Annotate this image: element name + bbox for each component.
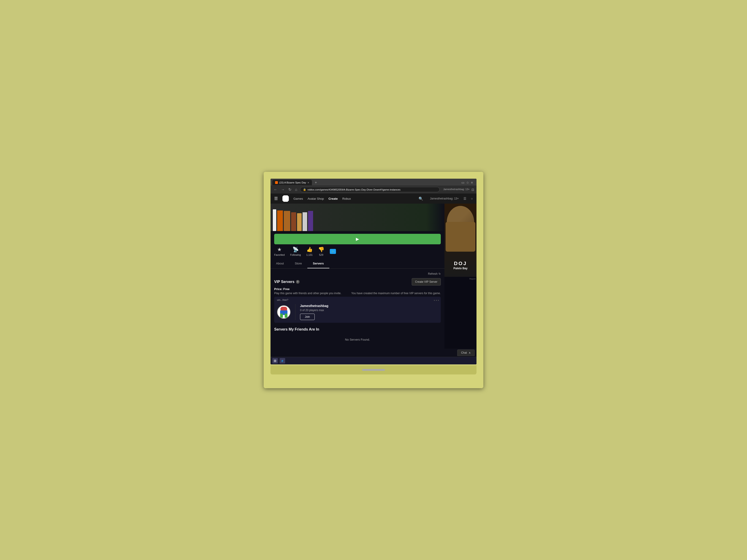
nav-avatar-icon[interactable]: ○ <box>471 197 473 201</box>
game-banner <box>271 204 444 231</box>
ad-image[interactable]: DOJ Paleto Bay <box>444 204 476 277</box>
banner-characters <box>271 204 315 231</box>
favorited-action[interactable]: ★ Favorited <box>274 247 285 256</box>
back-button[interactable]: ← <box>273 187 278 192</box>
following-label: Following <box>290 254 301 256</box>
lock-icon: 🔒 <box>303 188 306 191</box>
chat-bar: Chat ∧ <box>271 349 476 357</box>
action-icons: ★ Favorited 📡 Following 👍 1,131 👎 <box>274 247 441 256</box>
sidebar-icon[interactable]: ⊡ <box>471 188 474 191</box>
server-avatar <box>277 305 291 319</box>
twitter-icon: 🐦 <box>330 249 336 254</box>
server-card: um...free? <box>274 297 441 323</box>
nav-games[interactable]: Games <box>293 197 303 201</box>
game-actions: ▶ ★ Favorited 📡 Following 👍 <box>271 231 444 259</box>
windows-icon: ⊞ <box>274 359 277 363</box>
report-button[interactable]: Report <box>444 277 476 281</box>
tab-servers[interactable]: Servers <box>307 259 329 268</box>
chat-button[interactable]: Chat ∧ <box>457 350 475 356</box>
nav-create[interactable]: Create <box>328 197 338 201</box>
game-sidebar: DOJ Paleto Bay Report <box>444 204 476 349</box>
refresh-label: Refresh <box>428 272 438 275</box>
avatar-roblox-char <box>278 306 289 318</box>
likes-action[interactable]: 👍 1,131 <box>306 247 313 256</box>
menu-icon[interactable]: ≡ <box>471 181 473 184</box>
thumbs-up-icon: 👍 <box>306 247 313 252</box>
char-3 <box>284 211 290 231</box>
play-icon: ▶ <box>356 237 359 242</box>
vip-header: VIP Servers ? Create VIP Server <box>274 278 441 286</box>
screen: (15) A Bizarre Spec Day ✕ + ▭ ☆ ≡ ← → ↻ … <box>271 179 476 365</box>
hamburger-menu[interactable]: ☰ <box>274 196 278 201</box>
dots-menu[interactable]: • • • <box>434 298 439 302</box>
server-players: 0 of 20 players max <box>300 309 328 312</box>
refresh-button[interactable]: Refresh ↻ <box>428 272 441 275</box>
following-action[interactable]: 📡 Following <box>290 247 301 256</box>
vip-warning: You have created the maximum number of f… <box>351 292 441 295</box>
browser-chrome: (15) A Bizarre Spec Day ✕ + ▭ ☆ ≡ ← → ↻ … <box>271 179 476 193</box>
dislikes-count: 529 <box>319 254 323 256</box>
reload-button[interactable]: ↻ <box>287 187 292 192</box>
home-button[interactable]: ⌂ <box>294 187 298 192</box>
new-tab-button[interactable]: + <box>313 180 318 186</box>
server-info: Jamesthetrashbag 0 of 20 players max Joi… <box>300 304 328 320</box>
nav-notifications-icon[interactable]: ☰ <box>463 197 466 201</box>
char-2 <box>277 210 283 231</box>
char-6 <box>303 212 307 231</box>
server-card-body: Jamesthetrashbag 0 of 20 players max Joi… <box>277 304 328 320</box>
roblox-nav: ☰ Games Avatar Shop Create Robux 🔍 James… <box>271 193 476 204</box>
tab-store[interactable]: Store <box>289 259 307 268</box>
no-servers-message: No Servers Found. <box>274 334 441 345</box>
nav-avatar-shop[interactable]: Avatar Shop <box>308 197 324 201</box>
bookmark-icon[interactable]: ☆ <box>466 181 469 184</box>
banner-fade <box>426 204 444 231</box>
dislikes-action[interactable]: 👎 529 <box>318 247 324 256</box>
server-divider <box>295 304 295 320</box>
minimize-icon[interactable]: ▭ <box>461 181 464 184</box>
vip-description: Play this game with friends and other pe… <box>274 292 441 295</box>
windows-start-button[interactable]: ⊞ <box>272 358 278 364</box>
tab-close-button[interactable]: ✕ <box>307 181 309 184</box>
tab-favicon <box>275 181 278 184</box>
vip-section: VIP Servers ? Create VIP Server Price: F… <box>274 278 441 323</box>
address-bar[interactable]: 🔒 roblox.com/games/4349852059/A-Bizarre-… <box>300 187 440 192</box>
chat-label: Chat <box>461 351 467 354</box>
tab-bar: (15) A Bizarre Spec Day ✕ + ▭ ☆ ≡ <box>271 179 476 186</box>
chat-chevron-icon: ∧ <box>469 351 471 354</box>
rss-icon: 📡 <box>292 247 299 252</box>
game-content: Refresh ↻ VIP Servers ? C <box>271 269 444 349</box>
tab-about[interactable]: About <box>271 259 289 268</box>
nav-username: Jamesthetrashbag: 13+ <box>430 197 459 200</box>
forward-button[interactable]: → <box>280 187 286 192</box>
active-tab[interactable]: (15) A Bizarre Spec Day ✕ <box>272 180 312 185</box>
laptop-hinge <box>362 369 385 371</box>
ad-doj-title: DOJ Paleto Bay <box>444 261 476 270</box>
game-tabs: About Store Servers <box>271 259 444 269</box>
char-1 <box>273 209 276 231</box>
char-5 <box>297 213 302 231</box>
url-text: roblox.com/games/4349852059/A-Bizarre-Sp… <box>308 188 401 191</box>
nav-robux[interactable]: Robux <box>342 197 351 201</box>
help-icon[interactable]: ? <box>296 280 300 284</box>
address-bar-row: ← → ↻ ⌂ 🔒 roblox.com/games/4349852059/A-… <box>271 186 476 193</box>
monitor: (15) A Bizarre Spec Day ✕ + ▭ ☆ ≡ ← → ↻ … <box>264 172 483 388</box>
create-vip-button[interactable]: Create VIP Server <box>412 278 441 286</box>
roblox-logo <box>282 195 289 202</box>
friends-section: Servers My Friends Are In No Servers Fou… <box>274 327 441 345</box>
price-value: Free <box>283 287 289 291</box>
ie-icon: e <box>282 359 283 363</box>
taskbar: ⊞ e <box>271 357 476 365</box>
char-4 <box>291 212 296 231</box>
tab-title: (15) A Bizarre Spec Day <box>279 181 306 184</box>
ad-dog-body <box>445 222 475 251</box>
game-main: ▶ ★ Favorited 📡 Following 👍 <box>271 204 444 349</box>
vip-title-text: VIP Servers <box>274 280 294 284</box>
join-button[interactable]: Join <box>300 314 315 320</box>
internet-explorer-icon[interactable]: e <box>280 358 285 364</box>
play-button[interactable]: ▶ <box>274 234 441 244</box>
twitter-action[interactable]: 🐦 <box>330 249 336 254</box>
game-page: ▶ ★ Favorited 📡 Following 👍 <box>271 204 476 349</box>
char-7 <box>308 211 313 231</box>
user-account-label: Jamesthetrashbag: 13+ <box>443 188 470 191</box>
search-icon[interactable]: 🔍 <box>419 196 423 201</box>
